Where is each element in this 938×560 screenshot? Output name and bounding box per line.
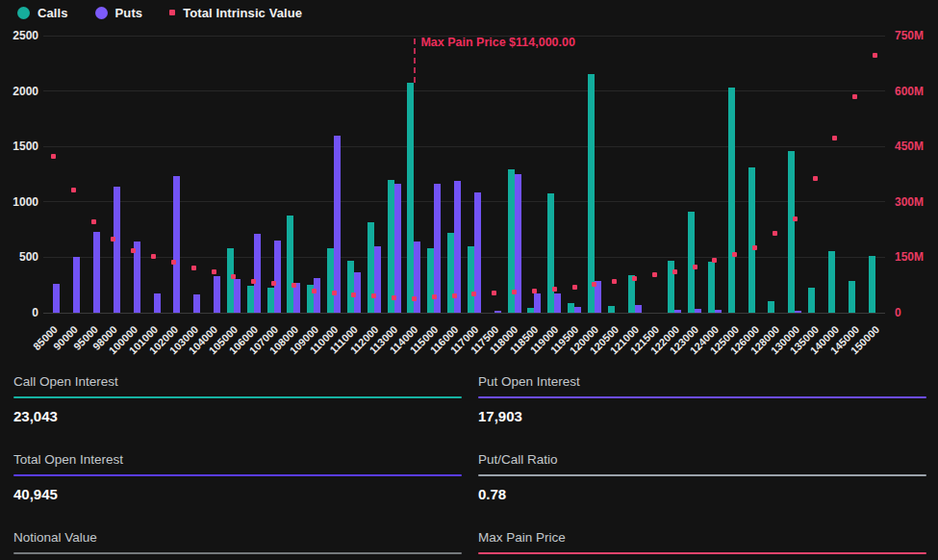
put-bar[interactable] [214, 276, 220, 313]
intrinsic-dot[interactable] [351, 293, 356, 297]
put-bar[interactable] [795, 311, 801, 313]
intrinsic-dot[interactable] [251, 279, 256, 284]
call-bar[interactable] [728, 88, 735, 313]
put-bar[interactable] [674, 310, 681, 313]
max-pain-line [414, 38, 416, 83]
intrinsic-dot[interactable] [693, 265, 697, 269]
call-bar[interactable] [588, 74, 595, 313]
intrinsic-dot[interactable] [552, 287, 557, 292]
intrinsic-dot[interactable] [392, 295, 396, 300]
call-bar[interactable] [688, 212, 695, 313]
intrinsic-dot[interactable] [432, 294, 437, 299]
call-bar[interactable] [768, 301, 774, 313]
put-bar[interactable] [534, 293, 541, 313]
put-bar[interactable] [193, 294, 200, 313]
call-bar[interactable] [368, 222, 374, 313]
intrinsic-dot[interactable] [652, 272, 657, 277]
call-bar[interactable] [788, 151, 795, 313]
put-bar[interactable] [695, 309, 701, 313]
call-bar[interactable] [527, 308, 534, 313]
intrinsic-dot[interactable] [332, 291, 337, 295]
x-axis: 8500090000950009800010000010100010200010… [43, 318, 885, 368]
call-bar[interactable] [407, 83, 414, 313]
call-bar[interactable] [608, 306, 615, 313]
y-axis-left-tick: 2500 [0, 29, 38, 42]
intrinsic-dot[interactable] [471, 292, 476, 296]
put-bar[interactable] [53, 284, 60, 313]
intrinsic-dot[interactable] [292, 283, 296, 288]
intrinsic-dot[interactable] [712, 258, 717, 263]
call-bar[interactable] [468, 246, 474, 313]
stat-max-pain-price: Max Pain Price $114,000.00 [478, 524, 926, 560]
intrinsic-dot[interactable] [171, 260, 176, 265]
put-bar[interactable] [574, 307, 581, 313]
put-bar[interactable] [73, 257, 80, 313]
intrinsic-dot[interactable] [852, 94, 857, 99]
call-bar[interactable] [347, 261, 354, 313]
call-bar[interactable] [227, 248, 234, 313]
intrinsic-dot[interactable] [813, 176, 818, 181]
put-bar[interactable] [434, 184, 441, 313]
intrinsic-dot[interactable] [612, 279, 617, 284]
intrinsic-dot[interactable] [91, 219, 96, 224]
intrinsic-dot[interactable] [672, 269, 677, 274]
intrinsic-dot[interactable] [572, 285, 577, 290]
call-bar[interactable] [849, 281, 855, 313]
put-bar[interactable] [173, 176, 180, 313]
put-bar[interactable] [715, 310, 722, 313]
intrinsic-dot[interactable] [191, 266, 196, 270]
intrinsic-dot[interactable] [832, 136, 837, 140]
intrinsic-dot[interactable] [592, 282, 596, 287]
call-bar[interactable] [808, 288, 815, 313]
call-bar[interactable] [447, 233, 454, 313]
intrinsic-dot[interactable] [151, 254, 156, 259]
intrinsic-dot[interactable] [773, 231, 777, 236]
put-bar[interactable] [334, 136, 341, 313]
call-bar[interactable] [869, 256, 875, 313]
put-bar[interactable] [93, 232, 100, 313]
intrinsic-dot[interactable] [271, 281, 276, 286]
put-bar[interactable] [414, 242, 420, 313]
intrinsic-dot[interactable] [312, 289, 317, 293]
call-bar[interactable] [568, 303, 574, 313]
intrinsic-dot[interactable] [512, 290, 517, 294]
y-axis-right-tick: 300M [895, 195, 924, 209]
intrinsic-dot[interactable] [412, 296, 417, 301]
put-bar[interactable] [314, 278, 320, 313]
call-bar[interactable] [828, 251, 835, 314]
intrinsic-dot[interactable] [371, 293, 376, 298]
intrinsic-dot[interactable] [71, 188, 76, 192]
call-bar[interactable] [748, 167, 755, 313]
intrinsic-dot[interactable] [732, 252, 737, 257]
call-bar[interactable] [287, 216, 293, 313]
put-bar[interactable] [494, 311, 501, 313]
put-bar[interactable] [154, 293, 161, 313]
intrinsic-dot[interactable] [873, 53, 877, 58]
call-bar[interactable] [247, 286, 254, 313]
call-bar[interactable] [427, 248, 434, 313]
call-bar[interactable] [547, 193, 554, 313]
put-bar[interactable] [114, 187, 120, 313]
call-bar[interactable] [267, 288, 274, 313]
intrinsic-dot[interactable] [231, 274, 236, 279]
call-bar[interactable] [388, 180, 394, 313]
intrinsic-dot[interactable] [212, 269, 216, 274]
put-bar[interactable] [274, 241, 281, 313]
intrinsic-dot[interactable] [452, 293, 457, 298]
intrinsic-dot[interactable] [793, 216, 798, 221]
intrinsic-dot[interactable] [131, 248, 136, 253]
put-bar[interactable] [374, 246, 381, 313]
intrinsic-dot[interactable] [752, 245, 757, 250]
intrinsic-dot[interactable] [492, 291, 496, 295]
put-bar[interactable] [554, 293, 561, 313]
intrinsic-dot[interactable] [632, 276, 637, 281]
call-bar[interactable] [708, 262, 715, 313]
put-bar[interactable] [254, 234, 261, 313]
intrinsic-dot[interactable] [111, 237, 115, 242]
intrinsic-dot[interactable] [51, 154, 56, 159]
intrinsic-dot[interactable] [532, 289, 537, 293]
put-bar[interactable] [635, 305, 642, 313]
put-bar[interactable] [234, 279, 241, 313]
call-bar[interactable] [327, 248, 334, 313]
put-bar[interactable] [394, 184, 401, 313]
